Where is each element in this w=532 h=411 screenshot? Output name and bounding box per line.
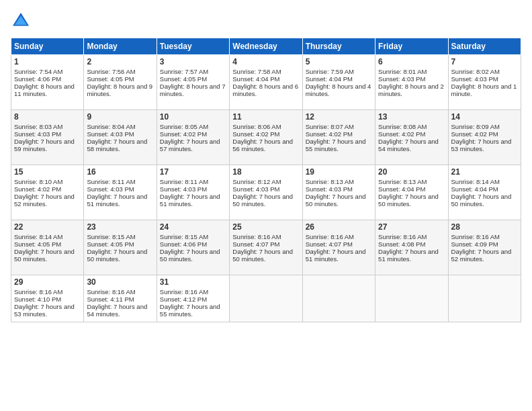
day-info: Sunrise: 8:16 AM [14,288,81,295]
day-info: Daylight: 7 hours and 52 minutes. [451,248,518,263]
day-info: Daylight: 7 hours and 53 minutes. [14,303,81,318]
day-info: Daylight: 7 hours and 53 minutes. [451,138,518,152]
day-info: Sunset: 4:04 PM [306,75,372,83]
day-number: 22 [14,222,81,232]
day-number: 10 [160,112,226,122]
calendar-cell: 9Sunrise: 8:04 AMSunset: 4:03 PMDaylight… [84,110,157,165]
day-info: Sunrise: 8:11 AM [160,178,226,185]
day-number: 26 [306,222,372,232]
day-number: 17 [160,167,226,177]
calendar-cell: 3Sunrise: 7:57 AMSunset: 4:05 PMDaylight… [157,55,229,110]
day-info: Sunrise: 8:14 AM [14,233,81,240]
calendar-cell: 22Sunrise: 8:14 AMSunset: 4:05 PMDayligh… [11,220,84,275]
day-info: Sunset: 4:03 PM [378,75,445,83]
day-number: 4 [232,57,299,66]
calendar-cell: 23Sunrise: 8:15 AMSunset: 4:05 PMDayligh… [84,220,157,275]
day-info: Daylight: 8 hours and 9 minutes. [87,83,153,97]
day-number: 7 [451,57,518,66]
day-info: Sunrise: 8:16 AM [160,288,226,295]
day-info: Daylight: 8 hours and 2 minutes. [378,83,445,97]
day-info: Sunrise: 8:16 AM [306,233,372,240]
day-info: Sunrise: 8:10 AM [14,178,81,185]
day-info: Sunset: 4:03 PM [306,185,372,193]
day-number: 11 [232,112,299,122]
calendar-cell: 30Sunrise: 8:16 AMSunset: 4:11 PMDayligh… [84,275,157,322]
calendar-cell: 13Sunrise: 8:08 AMSunset: 4:02 PMDayligh… [375,110,448,165]
day-number: 23 [87,222,153,232]
day-number: 15 [14,167,81,177]
day-number: 19 [306,167,372,177]
day-info: Sunset: 4:02 PM [232,130,299,138]
day-number: 30 [87,277,153,287]
day-info: Sunset: 4:03 PM [87,130,153,138]
day-info: Sunset: 4:11 PM [87,295,153,303]
day-info: Sunset: 4:05 PM [14,240,81,248]
day-info: Daylight: 7 hours and 56 minutes. [232,138,299,152]
day-number: 14 [451,112,518,122]
calendar-day-header: Saturday [448,38,521,55]
day-info: Sunrise: 8:01 AM [378,68,445,75]
day-info: Sunrise: 8:04 AM [87,123,153,130]
day-info: Sunset: 4:12 PM [160,295,226,303]
calendar-cell: 5Sunrise: 7:59 AMSunset: 4:04 PMDaylight… [302,55,375,110]
header [11,11,521,31]
calendar-cell: 12Sunrise: 8:07 AMSunset: 4:02 PMDayligh… [302,110,375,165]
calendar-cell [375,275,448,322]
day-info: Sunset: 4:03 PM [14,130,81,138]
day-number: 3 [160,57,226,66]
calendar-day-header: Friday [375,38,448,55]
day-info: Sunset: 4:02 PM [306,130,372,138]
day-info: Sunset: 4:02 PM [14,185,81,193]
calendar-cell: 15Sunrise: 8:10 AMSunset: 4:02 PMDayligh… [11,165,84,220]
day-info: Daylight: 7 hours and 50 minutes. [87,248,153,263]
day-info: Daylight: 7 hours and 57 minutes. [160,138,226,152]
day-info: Sunset: 4:04 PM [378,185,445,193]
calendar-cell [302,275,375,322]
day-info: Daylight: 7 hours and 50 minutes. [451,193,518,208]
day-info: Sunrise: 8:16 AM [451,233,518,240]
calendar-cell: 11Sunrise: 8:06 AMSunset: 4:02 PMDayligh… [230,110,302,165]
calendar-cell: 29Sunrise: 8:16 AMSunset: 4:10 PMDayligh… [11,275,84,322]
day-info: Sunset: 4:05 PM [160,75,226,83]
day-info: Sunset: 4:10 PM [14,295,81,303]
day-info: Daylight: 7 hours and 52 minutes. [14,193,81,208]
day-info: Daylight: 7 hours and 55 minutes. [160,303,226,318]
calendar-cell: 20Sunrise: 8:13 AMSunset: 4:04 PMDayligh… [375,165,448,220]
day-info: Sunrise: 8:14 AM [451,178,518,185]
calendar-cell: 1Sunrise: 7:54 AMSunset: 4:06 PMDaylight… [11,55,84,110]
day-number: 28 [451,222,518,232]
day-number: 16 [87,167,153,177]
day-info: Sunrise: 8:16 AM [232,233,299,240]
day-number: 9 [87,112,153,122]
day-info: Sunrise: 8:16 AM [378,233,445,240]
day-info: Daylight: 7 hours and 50 minutes. [232,248,299,263]
day-number: 18 [232,167,299,177]
day-number: 12 [306,112,372,122]
day-info: Daylight: 7 hours and 55 minutes. [306,138,372,152]
day-info: Sunset: 4:05 PM [87,240,153,248]
day-info: Daylight: 8 hours and 4 minutes. [306,83,372,97]
day-info: Sunrise: 7:57 AM [160,68,226,75]
day-info: Daylight: 8 hours and 11 minutes. [14,83,81,97]
day-info: Sunrise: 8:11 AM [87,178,153,185]
calendar-day-header: Thursday [302,38,375,55]
day-info: Daylight: 7 hours and 51 minutes. [87,193,153,208]
day-info: Sunrise: 7:58 AM [232,68,299,75]
calendar-cell: 10Sunrise: 8:05 AMSunset: 4:02 PMDayligh… [157,110,229,165]
day-info: Sunset: 4:03 PM [160,185,226,193]
day-info: Daylight: 8 hours and 6 minutes. [232,83,299,97]
calendar-cell: 24Sunrise: 8:15 AMSunset: 4:06 PMDayligh… [157,220,229,275]
day-info: Daylight: 7 hours and 54 minutes. [87,303,153,318]
day-info: Daylight: 7 hours and 51 minutes. [160,193,226,208]
calendar-day-header: Tuesday [157,38,229,55]
day-info: Sunrise: 8:02 AM [451,68,518,75]
calendar-cell: 26Sunrise: 8:16 AMSunset: 4:07 PMDayligh… [302,220,375,275]
day-info: Sunrise: 7:59 AM [306,68,372,75]
day-info: Sunrise: 8:15 AM [160,233,226,240]
day-info: Daylight: 7 hours and 54 minutes. [378,138,445,152]
day-info: Daylight: 7 hours and 50 minutes. [14,248,81,263]
day-info: Sunrise: 8:05 AM [160,123,226,130]
day-info: Sunset: 4:05 PM [87,75,153,83]
day-number: 31 [160,277,226,287]
calendar-cell: 7Sunrise: 8:02 AMSunset: 4:03 PMDaylight… [448,55,521,110]
